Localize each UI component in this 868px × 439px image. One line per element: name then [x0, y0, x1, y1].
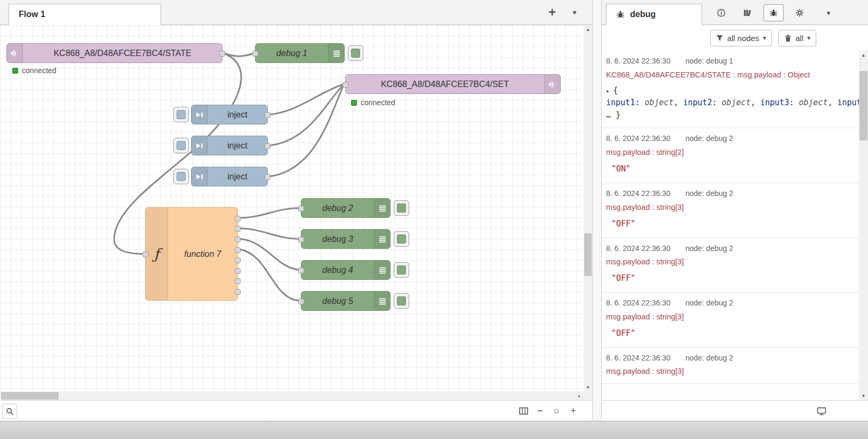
canvas-horizontal-scrollbar[interactable]: ▸ [0, 391, 584, 400]
node-debug-1[interactable]: debug 1 [255, 43, 345, 63]
status-text: connected [361, 98, 395, 107]
debug-message[interactable]: 8. 6. 2024 22:36:30node: debug 2msg.payl… [602, 128, 859, 183]
zoom-in-button[interactable]: + [566, 403, 580, 418]
node-debug-3[interactable]: debug 3 [301, 229, 391, 249]
node-status: connected [12, 66, 57, 75]
debug-toggle-button[interactable] [394, 262, 409, 278]
scrollbar-thumb[interactable] [859, 71, 867, 140]
search-icon [6, 407, 14, 416]
config-tab-button[interactable] [790, 4, 810, 21]
debug-message[interactable]: 8. 6. 2024 22:36:30node: debug 2msg.payl… [602, 293, 859, 348]
scroll-right-icon[interactable]: ▸ [575, 391, 584, 400]
zoom-out-button[interactable]: − [533, 403, 547, 418]
info-tab-button[interactable] [711, 4, 731, 21]
sidebar-tabbar: debug ▾ [602, 0, 868, 25]
scrollbar-thumb[interactable] [584, 233, 592, 276]
output-port[interactable] [265, 174, 270, 180]
debug-toggle-button[interactable] [394, 293, 409, 309]
flow-list-button[interactable]: ▾ [566, 3, 584, 21]
search-button[interactable] [2, 404, 17, 419]
scroll-up-icon[interactable]: ▲ [584, 25, 592, 34]
wire[interactable] [239, 229, 300, 239]
output-port-6[interactable] [235, 268, 241, 274]
debug-icon [374, 261, 390, 279]
scrollbar-thumb[interactable] [1, 392, 59, 399]
open-debug-window-button[interactable] [815, 404, 829, 418]
input-port[interactable] [252, 51, 258, 57]
sidebar-scrollbar[interactable]: ▲ ▼ [859, 51, 868, 400]
scroll-down-icon[interactable]: ▼ [584, 383, 592, 391]
wire[interactable] [269, 84, 344, 146]
debug-toggle-button[interactable] [394, 231, 409, 247]
node-debug-4[interactable]: debug 4 [301, 260, 391, 280]
output-port-2[interactable] [235, 226, 241, 232]
output-port-4[interactable] [235, 247, 241, 253]
help-tab-button[interactable] [737, 4, 758, 21]
debug-message[interactable]: 8. 6. 2024 22:36:30node: debug 1KC868_A8… [602, 51, 859, 128]
debug-message[interactable]: 8. 6. 2024 22:36:30node: debug 2msg.payl… [602, 238, 859, 293]
chevron-down-icon: ▾ [807, 34, 810, 42]
debug-message[interactable]: 8. 6. 2024 22:36:30node: debug 2msg.payl… [602, 183, 859, 238]
status-text: connected [22, 66, 57, 75]
sidebar-divider[interactable] [592, 0, 602, 421]
scroll-down-icon[interactable]: ▼ [859, 391, 868, 400]
input-port[interactable] [298, 299, 304, 304]
filter-label: all nodes [727, 34, 759, 43]
inject-button[interactable] [173, 107, 189, 122]
debug-message[interactable]: 8. 6. 2024 22:36:30node: debug 2msg.payl… [602, 348, 859, 385]
message-object-preview[interactable]: ▸ { input1: object, input2: object, inpu… [606, 84, 817, 122]
add-flow-button[interactable]: + [543, 3, 561, 21]
inject-button[interactable] [173, 138, 189, 153]
input-port[interactable] [298, 268, 304, 273]
toggle-indicator [397, 296, 406, 305]
debug-toggle-button[interactable] [394, 200, 409, 216]
input-port[interactable] [298, 237, 304, 242]
node-label: inject [208, 105, 267, 124]
debug-toggle-button[interactable] [348, 45, 363, 61]
filter-nodes-button[interactable]: all nodes ▾ [710, 30, 772, 46]
flow-canvas[interactable]: KC868_A8/D48AFCEE7BC4/STATE connected de… [0, 25, 592, 400]
node-inject-1[interactable]: inject [191, 105, 268, 124]
message-property-path: msg.payload : string[2] [606, 147, 817, 158]
output-port-1[interactable] [235, 216, 241, 222]
input-port[interactable] [298, 206, 304, 211]
status-dot-icon [12, 68, 18, 74]
node-inject-2[interactable]: inject [191, 136, 268, 155]
node-mqtt-out[interactable]: KC868_A8/D48AFCEE7BC4/SET [345, 74, 561, 94]
node-inject-3[interactable]: inject [191, 167, 268, 186]
wire[interactable] [239, 249, 300, 301]
navigator-button[interactable] [516, 403, 531, 418]
output-port[interactable] [265, 112, 270, 118]
debug-tab-button[interactable] [763, 4, 784, 21]
input-port[interactable] [343, 82, 348, 88]
node-function-7[interactable]: ƒ function 7 [145, 207, 238, 301]
canvas-vertical-scrollbar[interactable]: ▲ ▼ [584, 25, 592, 391]
zoom-reset-button[interactable]: ○ [550, 403, 564, 418]
toggle-indicator [351, 49, 360, 58]
debug-message-list: 8. 6. 2024 22:36:30node: debug 1KC868_A8… [602, 51, 859, 384]
sidebar-menu-button[interactable]: ▾ [819, 4, 838, 21]
output-port-7[interactable] [235, 278, 241, 284]
inject-button[interactable] [173, 169, 189, 184]
output-port[interactable] [219, 51, 225, 57]
flow-tab[interactable]: Flow 1 [9, 4, 161, 25]
wire[interactable] [239, 239, 300, 270]
output-port[interactable] [265, 143, 270, 149]
output-port-5[interactable] [235, 257, 241, 263]
node-debug-5[interactable]: debug 5 [301, 291, 391, 311]
output-port-3[interactable] [235, 237, 241, 242]
output-port-8[interactable] [235, 289, 241, 295]
node-debug-2[interactable]: debug 2 [301, 198, 391, 218]
input-port[interactable] [142, 252, 148, 257]
node-label: debug 3 [301, 230, 374, 248]
scroll-up-icon[interactable]: ▲ [859, 51, 868, 59]
wire[interactable] [239, 208, 300, 218]
expand-icon[interactable]: ▸ [606, 88, 613, 95]
message-meta: 8. 6. 2024 22:36:30node: debug 2 [606, 134, 817, 144]
debug-message-panel: 8. 6. 2024 22:36:30node: debug 1KC868_A8… [602, 51, 868, 400]
mqtt-broker-icon [544, 75, 560, 93]
monitor-icon [817, 407, 826, 416]
node-mqtt-in[interactable]: KC868_A8/D48AFCEE7BC4/STATE [6, 43, 222, 63]
clear-messages-button[interactable]: all ▾ [778, 30, 816, 46]
tab-debug[interactable]: debug [606, 4, 702, 25]
